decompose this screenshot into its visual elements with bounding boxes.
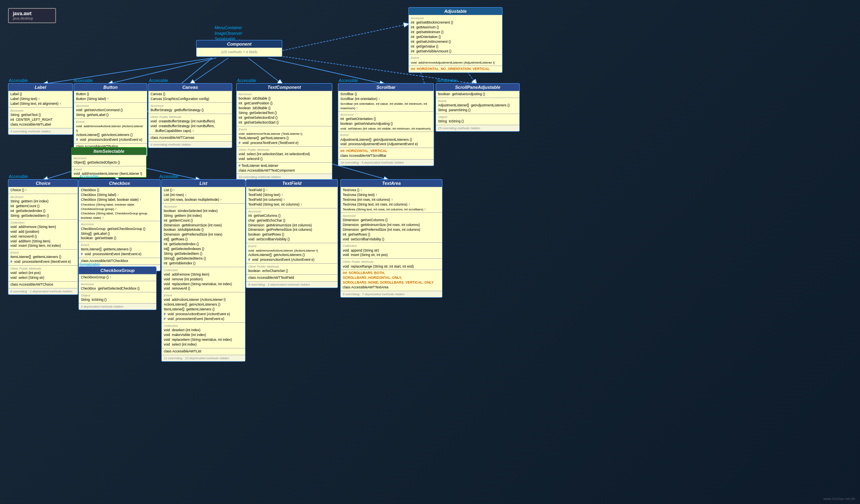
checkboxgroup-header: CheckboxGroup	[79, 267, 156, 274]
choice-event: Event ItemListener[] getItemListeners ()…	[8, 249, 78, 265]
canvas-header: Canvas	[149, 84, 232, 91]
list-hidden: 11 overriding · 13 deprecated methods hi…	[162, 355, 245, 361]
choice-hidden: 8 overriding · 1 deprecated methods hidd…	[8, 288, 78, 294]
scrollbar-hidden: 19 overriding · 5 deprecated methods hid…	[338, 159, 434, 166]
label-constructors: Label () Label (String text) ↑ Label (St…	[8, 91, 72, 107]
textarea-header: TextArea	[341, 180, 442, 187]
box-textarea: TextArea TextArea () ↑ TextArea (String …	[340, 179, 442, 298]
textarea-const: int SCROLLBARS_BOTH, SCROLLBARS_HORIZONT…	[341, 270, 442, 291]
button-constructors: Button () Button (String label) ↑	[74, 91, 147, 102]
textarea-constructors: TextArea () ↑ TextArea (String text) ↑ T…	[341, 187, 442, 212]
scrollpaneadjustable-main: boolean getValueIsAdjusting ()	[436, 91, 519, 98]
box-textcomponent: TextComponent Accessor boolean isEditabl…	[236, 83, 332, 181]
accessible-label-3: Accessible	[149, 78, 168, 83]
interface-menucontainer: MenuContainer	[215, 26, 242, 30]
adjustable-accessor: Accessor int get/setBlockIncrement () in…	[409, 15, 502, 54]
list-accessor: Accessor boolean isIndexSelected (int in…	[162, 203, 245, 267]
accessible-label-4: Accessible	[237, 78, 256, 83]
list-class: class AccessibleAWTList	[162, 348, 245, 355]
choice-other: Other Public Methods void select (int po…	[8, 265, 78, 281]
textarea-hidden: 5 overriding · 7 deprecated methods hidd…	[341, 291, 442, 297]
label-header: Label	[8, 84, 72, 91]
svg-line-2	[43, 58, 212, 84]
checkbox-constructors: Checkbox () Checkbox (String label) ↑ Ch…	[79, 187, 160, 221]
label-accessor: Accessor String get/setText () int CENTE…	[8, 107, 72, 128]
textfield-class: class AccessibleAWTTextField	[246, 274, 338, 281]
label-hidden: 3 overriding methods hidden	[8, 128, 72, 134]
diagram-container: java.awt java.desktop MenuContainer Imag…	[0, 0, 860, 504]
adjustable-event: Event void add/removeAdjustmentListener …	[409, 54, 502, 65]
accessible-label-1: Accessible	[9, 78, 28, 83]
textarea-accessor: Accessor Dimension get/setColumns () Dim…	[341, 212, 442, 243]
canvas-other: Other Public Methods void createBufferSt…	[149, 114, 232, 134]
textcomponent-event: Event void add/removeTextListener (TextL…	[237, 126, 332, 146]
textcomponent-fields: # TextListener textListener class Access…	[237, 162, 332, 174]
list-constructors: List () ↑ List (int rows) ↑ List (int ro…	[162, 187, 245, 203]
textfield-constructors: TextField () ↑ TextField (String text) ↑…	[246, 187, 338, 208]
package-title: java.awt	[13, 11, 51, 16]
box-canvas: Canvas Canvas () Canvas (GraphicsConfigu…	[148, 83, 232, 148]
choice-class: class AccessibleAWTChoice	[8, 281, 78, 288]
serializable-label-1: Serializable	[436, 78, 457, 83]
scrollbar-header: Scrollbar	[338, 84, 434, 91]
list-event: Event void addActionListener (ActionList…	[162, 292, 245, 322]
list-other: Collection void deselect (int index) voi…	[162, 322, 245, 348]
list-collection: Collection void add/remove (String item)…	[162, 267, 245, 292]
textfield-other: Other Public Methods boolean echoCharIsS…	[246, 263, 338, 274]
box-textfield: TextField TextField () ↑ TextField (Stri…	[246, 179, 338, 288]
box-scrollpaneadjustable: ScrollPaneAdjustable boolean getValueIsA…	[436, 83, 520, 132]
choice-header: Choice	[8, 180, 78, 187]
svg-line-0	[279, 24, 408, 51]
canvas-class: class AccessibleAWTCanvas	[149, 134, 232, 141]
textcomponent-other: Other Public Methods void select (int se…	[237, 146, 332, 162]
box-list: List List () ↑ List (int rows) ↑ List (i…	[161, 179, 245, 362]
checkboxgroup-object: Object String toString ()	[79, 292, 156, 303]
checkbox-accessor: Accessor CheckboxGroup get/setCheckboxGr…	[79, 221, 160, 242]
choice-constructors: Choice () ↑	[8, 187, 78, 194]
scrollbar-constructors: Scrollbar () Scrollbar (int orientation)…	[338, 91, 434, 111]
watermark: www.SciViax-net.de	[824, 497, 855, 501]
scrollpaneadjustable-object: Object String toString ()	[436, 114, 519, 125]
checkboxgroup-hidden: 2 deprecated methods hidden	[79, 303, 156, 310]
accessible-label-6: Accessible	[9, 174, 28, 179]
textfield-hidden: 8 overriding · 3 deprecated methods hidd…	[246, 281, 338, 288]
box-adjustable: Adjustable Accessor int get/setBlockIncr…	[408, 7, 502, 73]
box-button: Button Button () Button (String label) ↑…	[74, 83, 147, 157]
box-choice: Choice Choice () ↑ Accessor String getIt…	[8, 179, 78, 295]
scrollbar-event: Event AdjustmentListener[] getAdjustment…	[338, 132, 434, 148]
checkbox-header: Checkbox	[79, 180, 160, 187]
adjustable-header: Adjustable	[409, 8, 502, 15]
choice-collection: Collection void add/remove (String item)…	[8, 219, 78, 250]
textarea-collection: Collection void append (String str) void…	[341, 242, 442, 258]
scrollbar-const: int HORIZONTAL_VERTICAL class Accessible…	[338, 148, 434, 159]
checkboxgroup-constructors: CheckboxGroup () ↑	[79, 274, 156, 281]
scrollpaneadjustable-event: Event AdjustmentListener[] getAdjustment…	[436, 98, 519, 114]
box-scrollbar: Scrollbar Scrollbar () Scrollbar (int or…	[338, 83, 434, 166]
package-subtitle: java.desktop	[13, 16, 51, 20]
accessible-label-8: Accessible	[159, 174, 179, 179]
button-event: Event void add/removeActionListener (Act…	[74, 118, 147, 143]
box-itemselectable: ItemSelectable Accessor Object[] getSele…	[71, 147, 147, 178]
scrollpaneadjustable-header: ScrollPaneAdjustable	[436, 84, 519, 91]
canvas-constructors: Canvas () Canvas (GraphicsConfiguration …	[149, 91, 232, 102]
component-subtitle: 225 methods + 6 fields	[197, 48, 282, 56]
svg-line-4	[190, 58, 228, 84]
button-header: Button	[74, 84, 147, 91]
textcomponent-accessor: Accessor boolean isEditable () int getCa…	[237, 91, 332, 126]
scrollpaneadjustable-hidden: 25 overriding methods hidden	[436, 125, 519, 131]
textfield-event: Event void add/removeActionListener (Act…	[246, 243, 338, 263]
button-accessor: Accessor void get/setActionCommand () St…	[74, 102, 147, 118]
svg-line-6	[268, 58, 384, 84]
accessible-label-2: Accessible	[74, 78, 93, 83]
textcomponent-header: TextComponent	[237, 84, 332, 91]
interface-imageobserver: ImageObserver	[215, 31, 242, 36]
textfield-accessor: Accessor int get/setColumns () char get/…	[246, 208, 338, 243]
box-checkboxgroup: CheckboxGroup CheckboxGroup () ↑ Accesso…	[78, 266, 157, 310]
checkbox-event: Event ItemListener[] getItemListeners ()…	[79, 242, 160, 258]
box-component: Component 225 methods + 6 fields	[196, 40, 282, 57]
accessible-label-7: Accessible	[79, 174, 98, 179]
canvas-accessor: Accessor BufferStrategy getBufferStrateg…	[149, 102, 232, 114]
canvas-hidden: 4 overriding methods hidden	[149, 141, 232, 148]
adjustable-const: int HORIZONTAL_NO_ORIENTATION_VERTICAL	[409, 66, 502, 72]
accessible-label-5: Accessible	[339, 78, 358, 83]
